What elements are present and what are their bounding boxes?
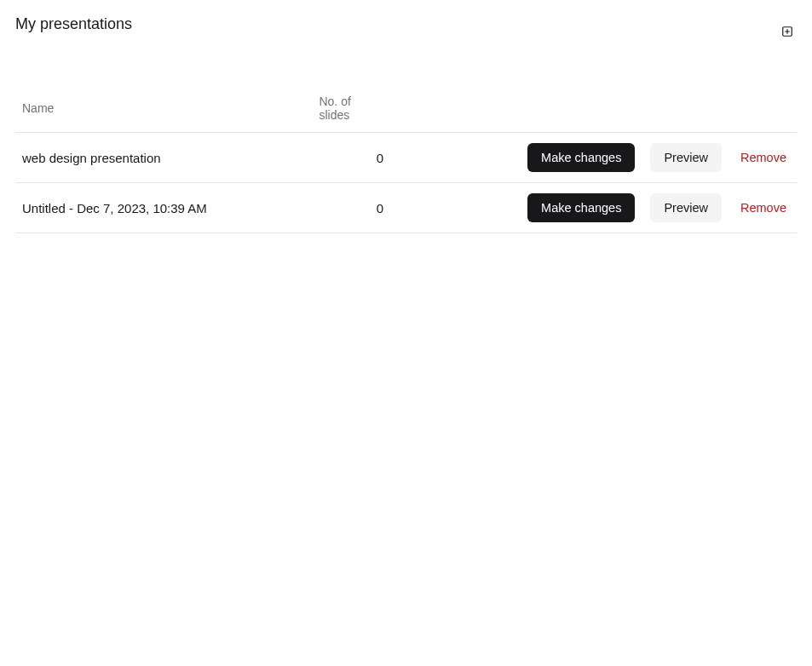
page-title: My presentations [15, 15, 132, 33]
column-header-slides: No. of slides [312, 84, 390, 133]
make-changes-button[interactable]: Make changes [527, 193, 635, 222]
remove-button[interactable]: Remove [737, 193, 790, 222]
table-row: Untitled - Dec 7, 2023, 10:39 AM 0 Make … [15, 183, 797, 233]
add-presentation-button[interactable] [778, 22, 797, 43]
presentation-slide-count: 0 [312, 133, 390, 183]
presentation-name: web design presentation [15, 133, 312, 183]
preview-button[interactable]: Preview [650, 143, 722, 172]
remove-button[interactable]: Remove [737, 143, 790, 172]
column-header-actions [390, 84, 797, 133]
column-header-name: Name [15, 84, 312, 133]
add-square-icon [781, 26, 793, 40]
preview-button[interactable]: Preview [650, 193, 722, 222]
presentations-table: Name No. of slides web design presentati… [15, 84, 797, 233]
make-changes-button[interactable]: Make changes [527, 143, 635, 172]
table-row: web design presentation 0 Make changes P… [15, 133, 797, 183]
page-header: My presentations [15, 15, 797, 43]
presentation-slide-count: 0 [312, 183, 390, 233]
presentation-name: Untitled - Dec 7, 2023, 10:39 AM [15, 183, 312, 233]
